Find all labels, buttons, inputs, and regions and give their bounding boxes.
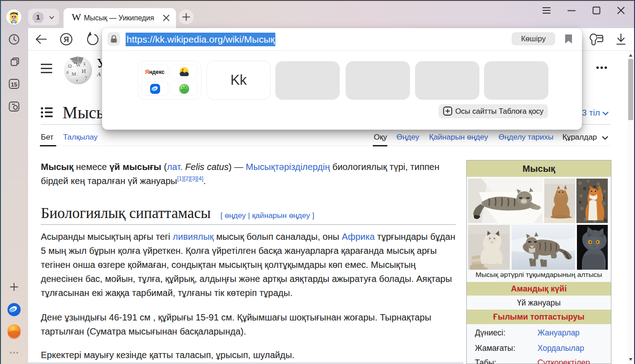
svg-text:И: И bbox=[82, 68, 86, 74]
svg-text:Я: Я bbox=[64, 36, 69, 44]
svg-text:15: 15 bbox=[11, 82, 17, 88]
svg-text:Ω: Ω bbox=[68, 63, 72, 68]
svg-text:ব: ব bbox=[76, 78, 78, 83]
svg-text:Я: Я bbox=[66, 71, 69, 75]
